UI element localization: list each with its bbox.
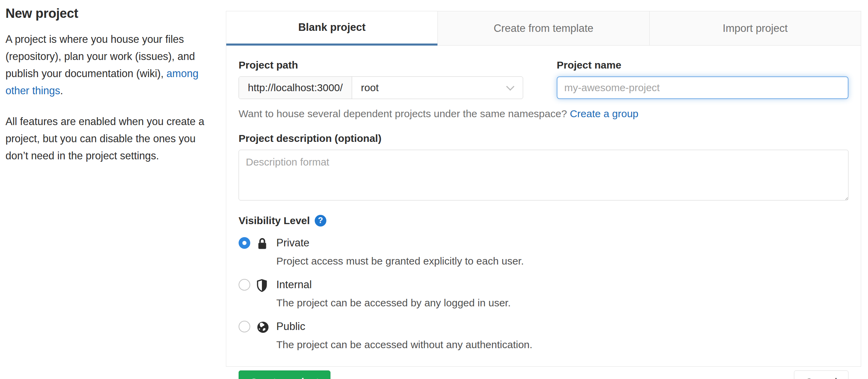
sidebar-info: New project A project is where you house… [5,6,219,178]
new-project-panel: Blank project Create from template Impor… [226,11,861,367]
project-name-label: Project name [557,59,848,71]
project-description-textarea[interactable] [239,150,848,200]
project-name-input[interactable] [557,76,848,99]
globe-icon [256,320,270,335]
visibility-option-private: Private Project access must be granted e… [239,236,848,268]
internal-description: The project can be accessed by any logge… [276,296,848,310]
public-description: The project can be accessed without any … [276,338,848,352]
create-a-group-link[interactable]: Create a group [570,108,638,119]
private-description: Project access must be granted explicitl… [276,254,848,268]
internal-radio[interactable] [239,279,250,291]
tab-blank-project[interactable]: Blank project [226,11,437,46]
private-radio[interactable] [239,237,250,249]
public-radio[interactable] [239,321,250,332]
visibility-option-public: Public The project can be accessed witho… [239,320,848,352]
page-title: New project [5,6,219,21]
cancel-button[interactable]: Cancel [794,370,848,379]
tab-import-project[interactable]: Import project [649,11,861,46]
intro-paragraph-1: A project is where you house your files … [5,30,219,99]
url-prefix-addon: http://localhost:3000/ [239,77,352,99]
visibility-level-label: Visibility Level [239,215,310,227]
private-label[interactable]: Private [276,236,848,250]
project-description-label: Project description (optional) [239,133,848,144]
visibility-option-internal: Internal The project can be accessed by … [239,278,848,310]
namespace-select[interactable]: root [352,77,523,99]
tab-create-from-template[interactable]: Create from template [437,11,649,46]
shield-icon [256,278,270,293]
lock-icon [256,236,270,251]
internal-label[interactable]: Internal [276,278,848,292]
tab-bar: Blank project Create from template Impor… [226,11,861,46]
namespace-selected-value: root [361,82,379,94]
intro-paragraph-1-period: . [60,85,63,96]
public-label[interactable]: Public [276,320,848,333]
namespace-hint-text: Want to house several dependent projects… [239,108,567,119]
create-project-button[interactable]: Create project [239,370,330,379]
intro-paragraph-2: All features are enabled when you create… [5,113,219,164]
namespace-hint: Want to house several dependent projects… [239,108,848,120]
chevron-down-icon [506,83,514,91]
project-path-label: Project path [239,59,523,71]
project-path-group: http://localhost:3000/ root [239,76,523,99]
blank-project-form: Project path http://localhost:3000/ root… [226,46,861,379]
help-icon[interactable]: ? [315,215,326,227]
